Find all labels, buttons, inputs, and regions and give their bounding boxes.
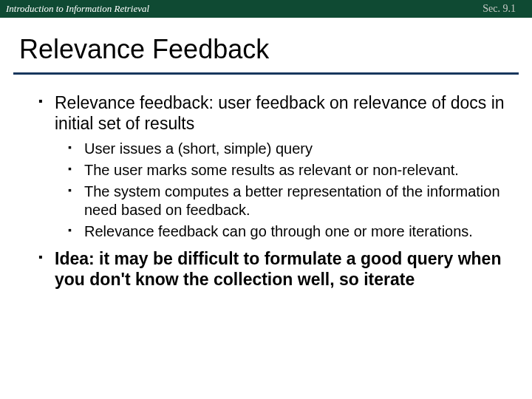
- topbar: Introduction to Information Retrieval Se…: [0, 0, 532, 18]
- course-title: Introduction to Information Retrieval: [6, 3, 149, 15]
- sub-bullet-text: Relevance feedback can go through one or…: [84, 223, 473, 239]
- sub-bullet-text: The user marks some results as relevant …: [84, 162, 459, 178]
- sub-bullet-item: User issues a (short, simple) query: [68, 140, 510, 158]
- sub-bullet-list: User issues a (short, simple) query The …: [68, 140, 510, 241]
- slide-title: Relevance Feedback: [0, 18, 532, 72]
- sub-bullet-item: The user marks some results as relevant …: [68, 161, 510, 180]
- sub-bullet-text: The system computes a better representat…: [84, 183, 500, 218]
- sub-bullet-item: The system computes a better representat…: [68, 183, 510, 219]
- bullet-item: Relevance feedback: user feedback on rel…: [38, 92, 510, 241]
- section-label: Sec. 9.1: [482, 3, 526, 15]
- sub-bullet-item: Relevance feedback can go through one or…: [68, 222, 510, 241]
- bullet-item-idea: Idea: it may be difficult to formulate a…: [38, 248, 510, 290]
- slide-body: Relevance feedback: user feedback on rel…: [0, 88, 532, 290]
- bullet-text: Relevance feedback: user feedback on rel…: [55, 93, 505, 133]
- bullet-list: Relevance feedback: user feedback on rel…: [38, 92, 510, 290]
- bullet-text: Idea: it may be difficult to formulate a…: [55, 249, 501, 289]
- slide: Introduction to Information Retrieval Se…: [0, 0, 532, 399]
- sub-bullet-text: User issues a (short, simple) query: [84, 140, 313, 157]
- title-underline: [13, 72, 519, 75]
